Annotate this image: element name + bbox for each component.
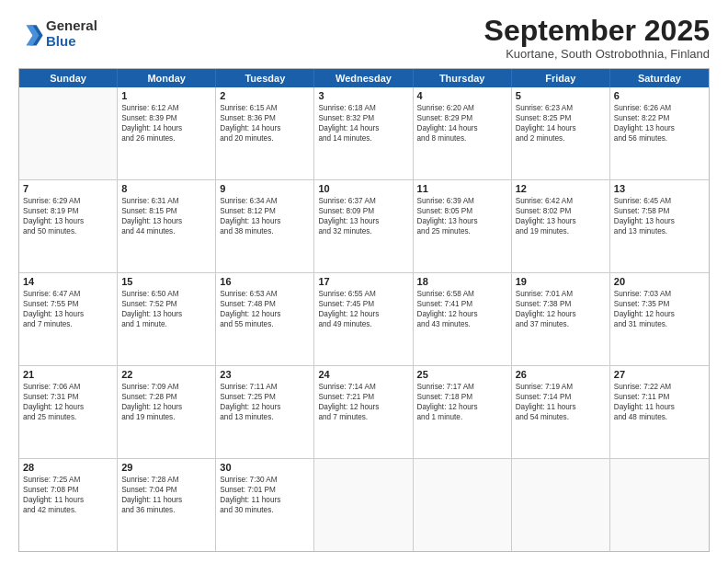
- calendar-header: SundayMondayTuesdayWednesdayThursdayFrid…: [19, 69, 709, 87]
- calendar-cell: [414, 459, 512, 551]
- calendar-cell: 12Sunrise: 6:42 AM Sunset: 8:02 PM Dayli…: [512, 180, 610, 272]
- day-number: 14: [23, 276, 113, 287]
- day-info: Sunrise: 7:11 AM Sunset: 7:25 PM Dayligh…: [220, 382, 310, 422]
- calendar-cell: 10Sunrise: 6:37 AM Sunset: 8:09 PM Dayli…: [314, 180, 413, 272]
- day-info: Sunrise: 7:25 AM Sunset: 7:08 PM Dayligh…: [23, 475, 113, 515]
- calendar-cell: 18Sunrise: 6:58 AM Sunset: 7:41 PM Dayli…: [414, 273, 512, 365]
- day-number: 25: [417, 369, 507, 380]
- calendar-row: 7Sunrise: 6:29 AM Sunset: 8:19 PM Daylig…: [19, 180, 709, 273]
- calendar: SundayMondayTuesdayWednesdayThursdayFrid…: [18, 68, 710, 552]
- day-info: Sunrise: 6:31 AM Sunset: 8:15 PM Dayligh…: [121, 196, 211, 236]
- day-number: 10: [318, 183, 408, 194]
- day-number: 18: [417, 276, 507, 287]
- day-info: Sunrise: 6:23 AM Sunset: 8:25 PM Dayligh…: [516, 103, 606, 144]
- day-number: 23: [220, 369, 310, 380]
- calendar-cell: 24Sunrise: 7:14 AM Sunset: 7:21 PM Dayli…: [314, 366, 413, 458]
- calendar-border: SundayMondayTuesdayWednesdayThursdayFrid…: [18, 68, 710, 552]
- calendar-body: 1Sunrise: 6:12 AM Sunset: 8:39 PM Daylig…: [19, 87, 709, 551]
- day-number: 5: [516, 90, 606, 101]
- day-number: 26: [516, 369, 606, 380]
- calendar-cell: 14Sunrise: 6:47 AM Sunset: 7:55 PM Dayli…: [19, 273, 118, 365]
- calendar-cell: 15Sunrise: 6:50 AM Sunset: 7:52 PM Dayli…: [118, 273, 216, 365]
- day-number: 1: [121, 90, 211, 101]
- day-info: Sunrise: 6:55 AM Sunset: 7:45 PM Dayligh…: [318, 289, 408, 329]
- day-info: Sunrise: 6:15 AM Sunset: 8:36 PM Dayligh…: [220, 103, 310, 144]
- calendar-cell: [512, 459, 610, 551]
- day-info: Sunrise: 6:53 AM Sunset: 7:48 PM Dayligh…: [220, 289, 310, 329]
- day-info: Sunrise: 7:03 AM Sunset: 7:35 PM Dayligh…: [614, 289, 705, 329]
- day-info: Sunrise: 6:29 AM Sunset: 8:19 PM Dayligh…: [23, 196, 113, 236]
- calendar-cell: [610, 459, 709, 551]
- day-info: Sunrise: 6:20 AM Sunset: 8:29 PM Dayligh…: [417, 103, 507, 144]
- logo-blue: Blue: [46, 34, 97, 50]
- day-info: Sunrise: 7:17 AM Sunset: 7:18 PM Dayligh…: [417, 382, 507, 422]
- day-info: Sunrise: 6:12 AM Sunset: 8:39 PM Dayligh…: [121, 103, 211, 144]
- day-number: 30: [220, 462, 310, 473]
- location: Kuortane, South Ostrobothnia, Finland: [484, 47, 710, 61]
- title-block: September 2025 Kuortane, South Ostroboth…: [484, 15, 710, 61]
- day-info: Sunrise: 7:28 AM Sunset: 7:04 PM Dayligh…: [121, 475, 211, 515]
- header: General Blue September 2025 Kuortane, So…: [18, 15, 710, 61]
- day-info: Sunrise: 6:37 AM Sunset: 8:09 PM Dayligh…: [318, 196, 408, 236]
- calendar-cell: 17Sunrise: 6:55 AM Sunset: 7:45 PM Dayli…: [314, 273, 413, 365]
- calendar-cell: 16Sunrise: 6:53 AM Sunset: 7:48 PM Dayli…: [216, 273, 314, 365]
- calendar-cell: [314, 459, 413, 551]
- calendar-cell: 1Sunrise: 6:12 AM Sunset: 8:39 PM Daylig…: [118, 87, 216, 179]
- day-number: 20: [614, 276, 705, 287]
- weekday-header: Thursday: [414, 69, 512, 87]
- calendar-cell: 19Sunrise: 7:01 AM Sunset: 7:38 PM Dayli…: [512, 273, 610, 365]
- day-number: 3: [318, 90, 408, 101]
- calendar-cell: 3Sunrise: 6:18 AM Sunset: 8:32 PM Daylig…: [314, 87, 413, 179]
- day-number: 22: [121, 369, 211, 380]
- calendar-cell: 8Sunrise: 6:31 AM Sunset: 8:15 PM Daylig…: [118, 180, 216, 272]
- calendar-cell: 5Sunrise: 6:23 AM Sunset: 8:25 PM Daylig…: [512, 87, 610, 179]
- weekday-header: Sunday: [19, 69, 118, 87]
- day-info: Sunrise: 6:26 AM Sunset: 8:22 PM Dayligh…: [614, 103, 705, 144]
- day-number: 4: [417, 90, 507, 101]
- calendar-cell: 2Sunrise: 6:15 AM Sunset: 8:36 PM Daylig…: [216, 87, 314, 179]
- day-info: Sunrise: 7:22 AM Sunset: 7:11 PM Dayligh…: [614, 382, 705, 422]
- day-number: 21: [23, 369, 113, 380]
- weekday-header: Wednesday: [314, 69, 413, 87]
- calendar-row: 14Sunrise: 6:47 AM Sunset: 7:55 PM Dayli…: [19, 273, 709, 366]
- day-number: 13: [614, 183, 705, 194]
- calendar-cell: 25Sunrise: 7:17 AM Sunset: 7:18 PM Dayli…: [414, 366, 512, 458]
- logo-icon: [18, 21, 44, 47]
- calendar-row: 28Sunrise: 7:25 AM Sunset: 7:08 PM Dayli…: [19, 459, 709, 551]
- calendar-cell: 26Sunrise: 7:19 AM Sunset: 7:14 PM Dayli…: [512, 366, 610, 458]
- calendar-row: 21Sunrise: 7:06 AM Sunset: 7:31 PM Dayli…: [19, 366, 709, 459]
- day-number: 2: [220, 90, 310, 101]
- calendar-cell: 6Sunrise: 6:26 AM Sunset: 8:22 PM Daylig…: [610, 87, 709, 179]
- day-info: Sunrise: 6:42 AM Sunset: 8:02 PM Dayligh…: [516, 196, 606, 236]
- day-number: 19: [516, 276, 606, 287]
- day-number: 7: [23, 183, 113, 194]
- page: General Blue September 2025 Kuortane, So…: [0, 0, 728, 563]
- calendar-cell: 9Sunrise: 6:34 AM Sunset: 8:12 PM Daylig…: [216, 180, 314, 272]
- weekday-header: Friday: [512, 69, 610, 87]
- day-info: Sunrise: 7:06 AM Sunset: 7:31 PM Dayligh…: [23, 382, 113, 422]
- weekday-header: Monday: [118, 69, 216, 87]
- weekday-header: Saturday: [610, 69, 709, 87]
- month-title: September 2025: [484, 15, 710, 47]
- day-info: Sunrise: 6:50 AM Sunset: 7:52 PM Dayligh…: [121, 289, 211, 329]
- calendar-row: 1Sunrise: 6:12 AM Sunset: 8:39 PM Daylig…: [19, 87, 709, 180]
- day-number: 28: [23, 462, 113, 473]
- calendar-cell: 13Sunrise: 6:45 AM Sunset: 7:58 PM Dayli…: [610, 180, 709, 272]
- day-info: Sunrise: 6:39 AM Sunset: 8:05 PM Dayligh…: [417, 196, 507, 236]
- day-number: 15: [121, 276, 211, 287]
- calendar-cell: 28Sunrise: 7:25 AM Sunset: 7:08 PM Dayli…: [19, 459, 118, 551]
- calendar-cell: 7Sunrise: 6:29 AM Sunset: 8:19 PM Daylig…: [19, 180, 118, 272]
- calendar-cell: 20Sunrise: 7:03 AM Sunset: 7:35 PM Dayli…: [610, 273, 709, 365]
- day-info: Sunrise: 6:34 AM Sunset: 8:12 PM Dayligh…: [220, 196, 310, 236]
- day-number: 17: [318, 276, 408, 287]
- calendar-cell: 4Sunrise: 6:20 AM Sunset: 8:29 PM Daylig…: [414, 87, 512, 179]
- day-number: 9: [220, 183, 310, 194]
- day-number: 29: [121, 462, 211, 473]
- calendar-cell: [19, 87, 118, 179]
- day-number: 24: [318, 369, 408, 380]
- day-info: Sunrise: 6:45 AM Sunset: 7:58 PM Dayligh…: [614, 196, 705, 236]
- calendar-cell: 30Sunrise: 7:30 AM Sunset: 7:01 PM Dayli…: [216, 459, 314, 551]
- day-info: Sunrise: 7:30 AM Sunset: 7:01 PM Dayligh…: [220, 475, 310, 515]
- day-info: Sunrise: 6:47 AM Sunset: 7:55 PM Dayligh…: [23, 289, 113, 329]
- day-info: Sunrise: 7:01 AM Sunset: 7:38 PM Dayligh…: [516, 289, 606, 329]
